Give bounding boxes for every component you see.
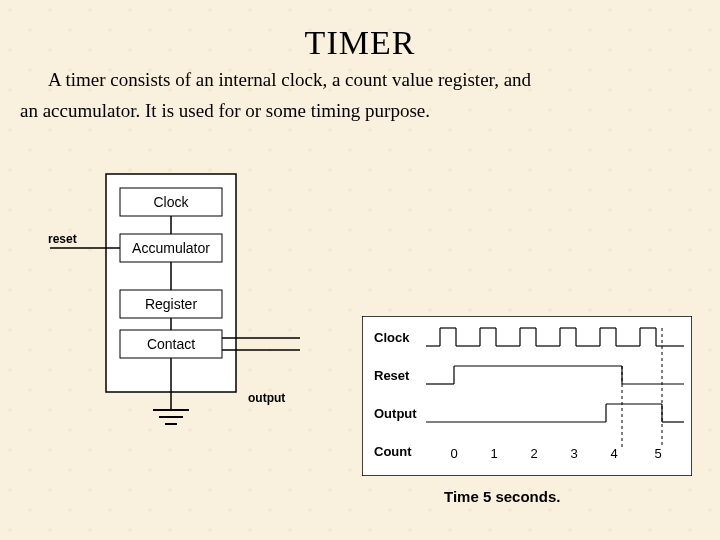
timing-caption: Time 5 seconds. <box>444 488 560 505</box>
count-3: 3 <box>570 446 577 461</box>
count-1: 1 <box>490 446 497 461</box>
signal-label-clock: Clock <box>374 330 410 345</box>
description-line1: A timer consists of an internal clock, a… <box>0 62 720 93</box>
block-label-contact: Contact <box>147 336 195 352</box>
block-label-accumulator: Accumulator <box>132 240 210 256</box>
count-2: 2 <box>530 446 537 461</box>
block-label-register: Register <box>145 296 197 312</box>
page-title: TIMER <box>0 0 720 62</box>
block-label-clock: Clock <box>153 194 189 210</box>
count-4: 4 <box>610 446 617 461</box>
signal-label-count: Count <box>374 444 412 459</box>
timing-diagram: Clock Reset Output Count <box>362 316 692 476</box>
count-0: 0 <box>450 446 457 461</box>
block-diagram: Clock Accumulator reset Register Contact… <box>40 170 320 450</box>
ground-icon <box>153 410 189 424</box>
description-line2: an accumulator. It is used for or some t… <box>0 93 720 124</box>
signal-label-output: Output <box>374 406 417 421</box>
signal-label-reset: Reset <box>374 368 410 383</box>
output-label: output <box>248 391 285 405</box>
count-5: 5 <box>654 446 661 461</box>
reset-label: reset <box>48 232 77 246</box>
